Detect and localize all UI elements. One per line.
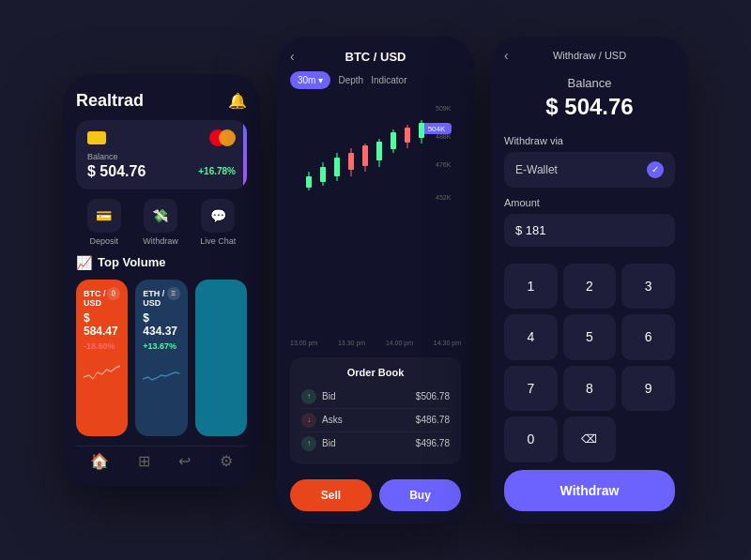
ob-dot-up-1: ↑: [301, 389, 316, 404]
withdraw-button[interactable]: Withdraw: [504, 470, 675, 511]
back-button-2[interactable]: ‹: [504, 48, 509, 63]
amount-value: $ 181: [515, 223, 546, 237]
key-1[interactable]: 1: [504, 264, 558, 310]
dashboard-header: Realtrad 🔔: [76, 91, 247, 111]
key-2[interactable]: 2: [563, 264, 617, 310]
eth-chart: [143, 358, 179, 386]
app-title: Realtrad: [76, 91, 144, 111]
mastercard-logo: [209, 129, 236, 146]
nav-grid[interactable]: ⊞: [138, 452, 150, 470]
cyan-card: [195, 280, 247, 436]
key-4[interactable]: 4: [504, 314, 558, 360]
btc-badge: ₿: [107, 287, 120, 300]
ob-price-3: $496.78: [416, 438, 450, 448]
key-0[interactable]: 0: [504, 416, 558, 462]
svg-rect-9: [320, 167, 326, 182]
eth-price: $ 434.37: [143, 311, 179, 338]
screen-trading: ‹ BTC / USD 30m ▾ Depth Indicator 509K 4…: [277, 37, 474, 524]
svg-text:504K: 504K: [428, 125, 446, 133]
ob-type-3: ↑ Bid: [301, 436, 335, 451]
nav-bar: 🏠 ⊞ ↩ ⚙: [76, 446, 247, 476]
svg-rect-17: [376, 142, 382, 160]
balance-change: +16.78%: [198, 166, 236, 176]
ob-label-3: Bid: [322, 438, 335, 448]
svg-rect-13: [348, 153, 354, 170]
key-6[interactable]: 6: [621, 314, 675, 360]
top-volume-title: Top Volume: [98, 255, 165, 269]
withdraw-header: ‹ Withdraw / USD: [491, 37, 688, 68]
btc-card[interactable]: ₿ BTC / USD $ 584.47 -18.60%: [76, 280, 128, 436]
card-chip: [87, 131, 106, 144]
key-backspace[interactable]: ⌫: [563, 416, 617, 462]
depth-tab[interactable]: Depth: [338, 75, 363, 85]
trade-buttons: Sell Buy: [277, 472, 474, 524]
withdraw-action[interactable]: 💸 Withdraw: [143, 199, 178, 246]
time-2: 13.30 pm: [338, 340, 365, 346]
key-9[interactable]: 9: [621, 366, 675, 412]
top-volume-header: 📈 Top Volume: [76, 255, 247, 270]
nav-settings[interactable]: ⚙: [220, 452, 233, 470]
nav-back[interactable]: ↩: [178, 452, 191, 470]
ewallet-value: E-Wallet: [515, 163, 558, 176]
ob-price-1: $506.78: [416, 391, 450, 401]
withdraw-balance-amount: $ 504.76: [504, 94, 675, 120]
withdraw-icon: 💸: [144, 199, 177, 233]
withdraw-balance-section: Balance $ 504.76: [491, 68, 688, 135]
chevron-down-icon: ▾: [318, 75, 323, 85]
svg-text:509K: 509K: [436, 105, 452, 112]
screen-withdraw: ‹ Withdraw / USD Balance $ 504.76 Withdr…: [491, 37, 688, 524]
btc-chart: [84, 358, 120, 386]
notification-icon[interactable]: 🔔: [228, 92, 247, 110]
livechat-action[interactable]: 💬 Live Chat: [200, 199, 236, 246]
svg-rect-21: [405, 128, 410, 143]
eth-card[interactable]: Ξ ETH / USD $ 434.37 +13.67%: [135, 280, 187, 436]
key-8[interactable]: 8: [563, 366, 617, 412]
amount-label: Amount: [504, 197, 675, 208]
screens-container: Realtrad 🔔 Balance $ 504.76 +16.78% 💳 De…: [44, 18, 707, 543]
eth-badge: Ξ: [167, 287, 180, 300]
svg-rect-15: [362, 145, 368, 166]
balance-label: Balance: [87, 152, 236, 161]
chart-controls: 30m ▾ Depth Indicator: [277, 71, 474, 97]
ob-type-2: ↓ Asks: [301, 413, 343, 428]
amount-section: Amount $ 181: [491, 197, 688, 256]
check-icon: ✓: [647, 161, 664, 178]
indicator-tab[interactable]: Indicator: [371, 75, 406, 85]
withdraw-label: Withdraw: [143, 236, 178, 246]
amount-input[interactable]: $ 181: [504, 214, 675, 247]
withdraw-via-label: Withdraw via: [504, 135, 675, 146]
chart-area: 509K 488K 476K 452K 504K: [277, 97, 474, 336]
svg-text:476K: 476K: [436, 161, 452, 168]
key-7[interactable]: 7: [504, 366, 558, 412]
nav-home[interactable]: 🏠: [90, 452, 109, 470]
withdraw-balance-label: Balance: [504, 76, 675, 90]
balance-row: $ 504.76 +16.78%: [87, 163, 236, 180]
ob-label-2: Asks: [322, 415, 343, 425]
deposit-action[interactable]: 💳 Deposit: [87, 199, 121, 246]
ewallet-field[interactable]: E-Wallet ✓: [504, 152, 675, 188]
orderbook: Order Book ↑ Bid $506.78 ↓ Asks $486.78 …: [290, 357, 461, 464]
card-icons: [87, 129, 236, 146]
svg-rect-11: [334, 158, 340, 176]
ob-row-2: ↓ Asks $486.78: [301, 409, 450, 432]
sell-button[interactable]: Sell: [290, 479, 372, 511]
key-3[interactable]: 3: [621, 264, 675, 310]
time-labels: 13.00 pm 13.30 pm 14.00 pm 14.30 pm: [277, 336, 474, 350]
buy-button[interactable]: Buy: [379, 479, 461, 511]
back-button[interactable]: ‹: [290, 49, 295, 64]
chart-icon: 📈: [76, 255, 92, 270]
livechat-label: Live Chat: [200, 236, 236, 246]
ob-dot-down-2: ↓: [301, 413, 316, 428]
svg-rect-19: [391, 132, 396, 149]
balance-card: Balance $ 504.76 +16.78%: [76, 120, 247, 189]
time-value: 30m: [298, 75, 315, 85]
trading-title: BTC / USD: [345, 50, 406, 64]
ob-price-2: $486.78: [416, 415, 450, 425]
withdraw-nav-title: Withdraw / USD: [553, 50, 626, 61]
orderbook-title: Order Book: [301, 367, 450, 378]
time-selector[interactable]: 30m ▾: [290, 71, 330, 89]
svg-rect-7: [306, 176, 312, 188]
time-1: 13.00 pm: [290, 340, 317, 346]
btc-change: -18.60%: [84, 341, 120, 351]
key-5[interactable]: 5: [563, 314, 617, 360]
